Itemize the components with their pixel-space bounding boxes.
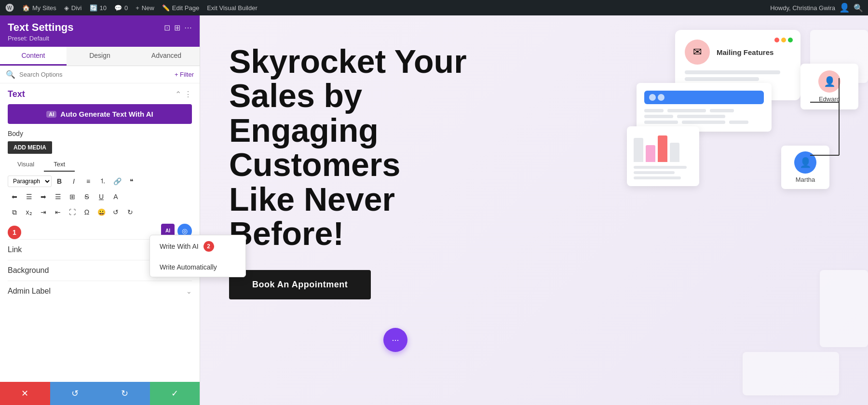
ordered-list-button[interactable]: ⒈ <box>96 175 109 188</box>
ui-line-row-3 <box>644 121 764 124</box>
unordered-list-button[interactable]: ≡ <box>81 175 95 188</box>
redo-editor-button[interactable]: ↻ <box>123 205 137 219</box>
sidebar-preset[interactable]: Preset: Default <box>8 35 74 42</box>
my-sites-btn[interactable]: 🏠 My Sites <box>22 4 56 12</box>
sidebar-tabs: Content Design Advanced <box>0 47 200 66</box>
bold-button[interactable]: B <box>53 175 66 188</box>
comment-icon: 💬 <box>114 4 122 12</box>
emoji-button[interactable]: 😀 <box>95 205 108 219</box>
ai-button-label: Auto Generate Text With AI <box>60 110 153 118</box>
home-icon: 🏠 <box>22 4 30 12</box>
tab-visual[interactable]: Visual <box>8 158 44 172</box>
write-with-ai-badge: 2 <box>203 241 214 252</box>
write-with-ai-item[interactable]: Write With AI 2 <box>150 235 245 257</box>
ai-generate-button[interactable]: AI Auto Generate Text With AI <box>8 104 192 124</box>
undo-button[interactable]: ↺ <box>50 382 100 405</box>
outdent-button[interactable]: ⇤ <box>51 205 65 219</box>
tab-design[interactable]: Design <box>67 47 133 66</box>
cta-button[interactable]: Book An Appointment <box>229 270 371 299</box>
align-center-button[interactable]: ☰ <box>22 190 36 203</box>
refresh-icon: 🔄 <box>90 4 97 12</box>
hero-section: Skyrocket Your Sales by Engaging Custome… <box>200 15 868 405</box>
body-label: Body <box>8 130 192 137</box>
filter-button[interactable]: + Filter <box>175 71 194 78</box>
toggle-dot-2 <box>658 94 665 101</box>
ai-badge: AI <box>46 111 56 118</box>
sidebar-search: 🔍 + Filter <box>0 66 200 83</box>
edward-avatar: 👤 <box>818 70 841 93</box>
ui-line <box>667 109 706 112</box>
paste-button[interactable]: ⧉ <box>8 205 21 219</box>
save-button[interactable]: ✓ <box>150 382 200 405</box>
options-icon[interactable]: ⋮ <box>184 90 192 99</box>
chart-lines <box>634 166 692 179</box>
color-button[interactable]: A <box>109 190 122 203</box>
search-input[interactable] <box>19 71 171 78</box>
hero-text-area: Skyrocket Your Sales by Engaging Custome… <box>229 35 470 299</box>
ui-search-bar <box>644 91 764 104</box>
toggle-dot-1 <box>649 94 656 101</box>
ai-popup: Write With AI 2 Write Automatically <box>149 235 246 277</box>
dot-yellow <box>781 38 786 42</box>
ui-lines <box>644 109 764 124</box>
align-left-button[interactable]: ⬅ <box>8 190 21 203</box>
cancel-button[interactable]: ✕ <box>0 382 50 405</box>
tab-advanced[interactable]: Advanced <box>133 47 200 66</box>
sidebar-bottom-buttons: ✕ ↺ ↻ ✓ <box>0 382 200 405</box>
ui-line <box>644 121 678 124</box>
updates-btn[interactable]: 🔄 10 <box>90 4 107 12</box>
ui-line <box>710 109 734 112</box>
focus-icon[interactable]: ⊡ <box>164 23 170 32</box>
align-right-button[interactable]: ➡ <box>37 190 50 203</box>
special-char-button[interactable]: Ω <box>80 205 94 219</box>
ui-toggle <box>649 94 665 101</box>
purple-dots-button[interactable]: ··· <box>383 328 407 352</box>
user-avatar[interactable]: 👤 <box>839 2 850 13</box>
grid-icon[interactable]: ⊞ <box>174 23 180 32</box>
write-automatically-item[interactable]: Write Automatically <box>150 257 245 277</box>
card-edward: 👤 Edward <box>800 64 858 109</box>
fullscreen-button[interactable]: ⛶ <box>66 205 79 219</box>
strikethrough-button[interactable]: S <box>80 190 94 203</box>
chevron-up-icon[interactable]: ⌃ <box>175 90 181 99</box>
admin-label-header[interactable]: Admin Label ⌄ <box>8 287 192 296</box>
table-button[interactable]: ⊞ <box>66 190 79 203</box>
link-button[interactable]: 🔗 <box>110 175 124 188</box>
new-btn[interactable]: + New <box>136 4 154 12</box>
text-section-title: Text <box>8 89 25 99</box>
ui-line <box>729 121 748 124</box>
ui-line <box>644 109 664 112</box>
admin-label-title: Admin Label <box>8 287 51 296</box>
chevron-down-icon-admin: ⌄ <box>186 287 192 295</box>
wp-logo-item[interactable]: W <box>5 3 14 13</box>
howdy-text: Howdy, Christina Gwira <box>770 4 835 12</box>
card-placeholder-mid-right <box>820 270 868 347</box>
tab-text[interactable]: Text <box>44 158 75 172</box>
card-ui <box>637 83 772 132</box>
redo-button[interactable]: ↻ <box>100 382 150 405</box>
undo-editor-button[interactable]: ↺ <box>109 205 122 219</box>
italic-button[interactable]: I <box>67 175 81 188</box>
divi-btn[interactable]: ◈ Divi <box>64 4 82 12</box>
tab-content[interactable]: Content <box>0 47 67 66</box>
indent-button[interactable]: ⇥ <box>37 205 50 219</box>
more-icon[interactable]: ⋯ <box>184 23 192 32</box>
exit-builder-btn[interactable]: Exit Visual Builder <box>207 4 258 12</box>
sidebar-title-area: Text Settings Preset: Default <box>8 21 74 42</box>
add-media-button[interactable]: ADD MEDIA <box>8 141 52 154</box>
comments-btn[interactable]: 💬 0 <box>114 4 128 12</box>
pencil-icon: ✏️ <box>162 4 170 12</box>
edit-page-btn[interactable]: ✏️ Edit Page <box>162 4 199 12</box>
search-icon[interactable]: 🔍 <box>854 3 863 13</box>
underline-button[interactable]: U <box>95 190 108 203</box>
paragraph-select[interactable]: Paragraph <box>8 176 52 187</box>
visual-text-tabs: Visual Text <box>8 158 192 172</box>
sidebar-header-icons: ⊡ ⊞ ⋯ <box>164 23 192 32</box>
chart-bar-3 <box>658 135 667 162</box>
link-title: Link <box>8 245 22 254</box>
subscript-button[interactable]: x₂ <box>22 205 36 219</box>
blockquote-button[interactable]: ❝ <box>125 175 138 188</box>
justify-button[interactable]: ☰ <box>51 190 65 203</box>
card-line-2 <box>685 77 759 81</box>
martha-name: Martha <box>796 176 815 183</box>
